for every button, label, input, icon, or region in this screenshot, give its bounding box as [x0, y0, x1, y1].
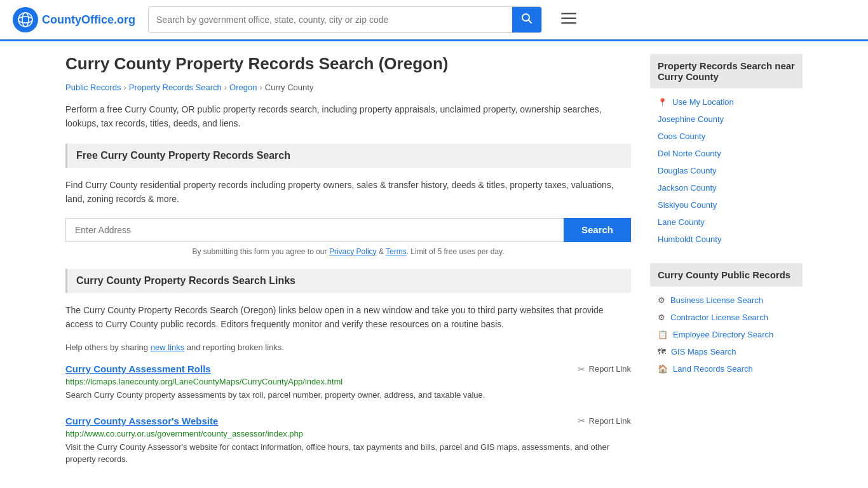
header-search-bar [148, 6, 542, 33]
link-item-1: Curry County Assessment Rolls ✂ Report L… [65, 363, 631, 402]
sidebar-josephine-county[interactable]: Josephine County [650, 111, 803, 128]
employee-directory-label: Employee Directory Search [673, 330, 773, 339]
menu-icon-svg [561, 13, 576, 24]
breadcrumb-oregon[interactable]: Oregon [229, 83, 257, 92]
address-search-area: Search By submitting this form you agree… [65, 218, 631, 256]
disclaimer-and: & [377, 247, 386, 256]
sidebar-douglas-county[interactable]: Douglas County [650, 162, 803, 179]
breadcrumb-sep-2: › [224, 83, 227, 92]
breadcrumb-curry-county: Curry County [265, 83, 314, 92]
report-link-button-2[interactable]: ✂ Report Link [578, 416, 631, 426]
land-records-label: Land Records Search [673, 364, 753, 374]
location-icon: 📍 [658, 98, 667, 107]
address-input[interactable] [65, 218, 564, 242]
help-suffix: and reporting broken links. [184, 342, 284, 352]
logo-suffix: .org [114, 13, 135, 26]
gis-maps-label: GIS Maps Search [671, 347, 736, 356]
link-item-1-url[interactable]: https://lcmaps.lanecounty.org/LaneCounty… [65, 377, 631, 386]
gis-maps-link[interactable]: 🗺 GIS Maps Search [650, 343, 803, 360]
svg-rect-6 [561, 13, 576, 15]
link-item-2: Curry County Assessor's Website ✂ Report… [65, 416, 631, 466]
jackson-county-label: Jackson County [658, 183, 717, 193]
breadcrumb: Public Records › Property Records Search… [65, 83, 631, 92]
search-button[interactable]: Search [564, 218, 631, 242]
contractor-license-label: Contractor License Search [670, 313, 768, 322]
use-my-location-label: Use My Location [672, 97, 734, 107]
sidebar: Property Records Search near Curry Count… [650, 54, 803, 480]
siskiyou-county-label: Siskiyou County [658, 200, 717, 210]
logo[interactable]: CountyOffice.org [13, 7, 135, 32]
sidebar-jackson-county[interactable]: Jackson County [650, 179, 803, 196]
main-wrapper: Curry County Property Records Search (Or… [53, 41, 815, 488]
intro-text: Perform a free Curry County, OR public p… [65, 102, 631, 131]
report-icon-2: ✂ [578, 416, 585, 426]
business-license-icon: ⚙ [658, 295, 665, 305]
land-records-link[interactable]: 🏠 Land Records Search [650, 360, 803, 377]
logo-svg [17, 11, 34, 28]
breadcrumb-property-records[interactable]: Property Records Search [129, 83, 222, 92]
header-search-input[interactable] [149, 10, 512, 30]
logo-icon [13, 7, 38, 32]
gis-maps-icon: 🗺 [658, 347, 666, 356]
del-norte-county-label: Del Norte County [658, 149, 721, 158]
employee-directory-icon: 📋 [658, 330, 668, 339]
report-link-label-1: Report Link [589, 364, 631, 374]
sidebar-siskiyou-county[interactable]: Siskiyou County [650, 196, 803, 214]
links-section-header: Curry County Property Records Search Lin… [65, 269, 631, 293]
use-my-location-link[interactable]: 📍 Use My Location [650, 93, 803, 111]
breadcrumb-public-records[interactable]: Public Records [65, 83, 121, 92]
link-item-2-url[interactable]: http://www.co.curry.or.us/government/cou… [65, 429, 631, 438]
sidebar-lane-county[interactable]: Lane County [650, 214, 803, 231]
public-records-title: Curry County Public Records [650, 263, 803, 287]
help-prefix: Help others by sharing [65, 342, 151, 352]
header-search-button[interactable] [512, 7, 541, 32]
contractor-license-icon: ⚙ [658, 313, 665, 322]
coos-county-label: Coos County [658, 132, 705, 141]
douglas-county-label: Douglas County [658, 166, 717, 175]
svg-rect-7 [561, 18, 576, 20]
link-item-2-header: Curry County Assessor's Website ✂ Report… [65, 416, 631, 426]
logo-main: CountyOffice [42, 13, 114, 26]
search-icon [521, 13, 532, 24]
disclaimer-prefix: By submitting this form you agree to our [192, 247, 329, 256]
page-title: Curry County Property Records Search (Or… [65, 54, 631, 74]
address-search-row: Search [65, 218, 631, 242]
business-license-label: Business License Search [670, 295, 763, 305]
contractor-license-link[interactable]: ⚙ Contractor License Search [650, 309, 803, 326]
links-section: Curry County Property Records Search Lin… [65, 269, 631, 466]
links-section-description: The Curry County Property Records Search… [65, 303, 631, 332]
free-search-description: Find Curry County residential property r… [65, 178, 631, 207]
privacy-policy-link[interactable]: Privacy Policy [329, 247, 377, 256]
free-search-header: Free Curry County Property Records Searc… [65, 144, 631, 168]
link-item-2-title[interactable]: Curry County Assessor's Website [65, 416, 218, 426]
josephine-county-label: Josephine County [658, 114, 724, 124]
public-records-section: Curry County Public Records ⚙ Business L… [650, 263, 803, 377]
business-license-link[interactable]: ⚙ Business License Search [650, 292, 803, 309]
logo-text: CountyOffice.org [42, 13, 135, 27]
link-item-1-header: Curry County Assessment Rolls ✂ Report L… [65, 363, 631, 374]
report-link-label-2: Report Link [589, 416, 631, 426]
report-icon-1: ✂ [578, 364, 585, 374]
sidebar-del-norte-county[interactable]: Del Norte County [650, 145, 803, 162]
link-item-1-title[interactable]: Curry County Assessment Rolls [65, 363, 211, 374]
link-item-2-desc: Visit the Curry County Assessor's websit… [65, 441, 631, 466]
humboldt-county-label: Humboldt County [658, 234, 721, 244]
help-text: Help others by sharing new links and rep… [65, 342, 631, 352]
report-link-button-1[interactable]: ✂ Report Link [578, 364, 631, 374]
nearby-title: Property Records Search near Curry Count… [650, 54, 803, 88]
terms-link[interactable]: Terms [386, 247, 407, 256]
sidebar-coos-county[interactable]: Coos County [650, 128, 803, 145]
lane-county-label: Lane County [658, 217, 705, 227]
svg-line-5 [529, 20, 532, 24]
link-item-1-desc: Search Curry County property assessments… [65, 389, 631, 402]
site-header: CountyOffice.org [0, 0, 868, 41]
svg-rect-8 [561, 22, 576, 24]
new-links-link[interactable]: new links [151, 342, 184, 352]
breadcrumb-sep-3: › [259, 83, 262, 92]
hamburger-menu-icon[interactable] [561, 11, 576, 28]
breadcrumb-sep-1: › [123, 83, 126, 92]
form-disclaimer: By submitting this form you agree to our… [65, 247, 631, 256]
sidebar-humboldt-county[interactable]: Humboldt County [650, 231, 803, 248]
employee-directory-link[interactable]: 📋 Employee Directory Search [650, 326, 803, 343]
svg-point-0 [18, 12, 33, 27]
